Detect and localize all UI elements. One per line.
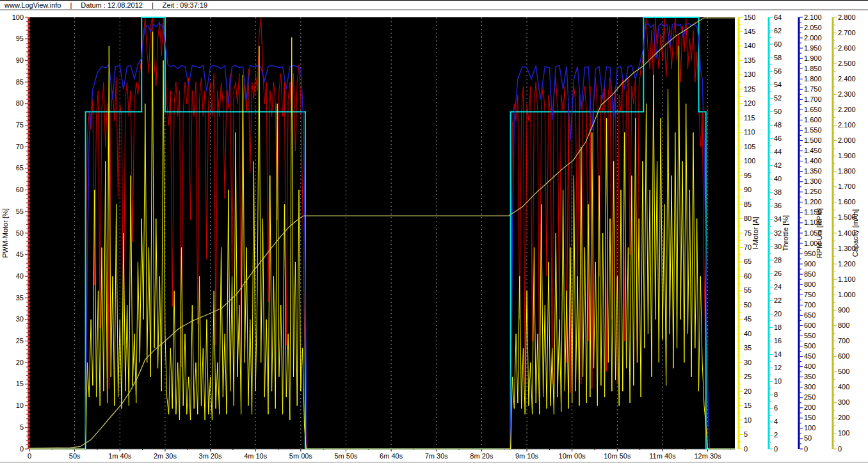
axis-tick-label: 650 xyxy=(804,311,816,319)
axis-tick-label: 30 xyxy=(16,315,24,323)
axis-tick-label: 20 xyxy=(16,359,24,366)
axis-tick-label: 70 xyxy=(744,243,751,251)
axis-tick-label: 62 xyxy=(774,27,782,35)
axis-tick-label: 50 xyxy=(744,301,751,309)
axis-tick-label: 800 xyxy=(838,321,849,329)
x-tick-label: 9m 10s xyxy=(515,452,539,460)
axis-tick-label: 1.700 xyxy=(804,95,822,103)
axis-tick-label: 1.450 xyxy=(804,147,822,154)
axis-capacity: 01002003004005006007008009001.0001.1001.… xyxy=(833,13,859,453)
axis-tick-label: 750 xyxy=(804,291,816,298)
axis-tick-label: 8 xyxy=(774,391,778,398)
axis-tick-label: 500 xyxy=(804,342,816,350)
plot-area[interactable] xyxy=(29,17,735,449)
axis-tick-label: 1.700 xyxy=(838,183,856,190)
axis-tick-label: 100 xyxy=(804,424,816,432)
axis-tick-label: 55 xyxy=(744,286,751,294)
status-bar: www.LogView.info | Datum : 12.08.2012 | … xyxy=(0,1,868,10)
axis-tick-label: 2.400 xyxy=(838,75,856,83)
axis-title-capacity: Capacity [mAh] xyxy=(851,209,859,257)
axis-tick-label: 0 xyxy=(20,445,24,453)
axis-tick-label: 1.850 xyxy=(804,65,822,72)
axis-tick-label: 46 xyxy=(774,134,782,142)
axis-tick-label: 135 xyxy=(744,56,755,64)
axis-tick-label: 36 xyxy=(774,202,782,209)
axis-tick-label: 500 xyxy=(838,368,849,375)
axis-tick-label: 12 xyxy=(774,364,782,371)
axis-tick-label: 700 xyxy=(838,337,849,345)
axis-tick-label: 2.050 xyxy=(804,24,822,31)
axis-tick-label: 1.900 xyxy=(838,152,856,159)
axis-tick-label: 20 xyxy=(744,387,751,395)
axis-tick-label: 850 xyxy=(804,270,816,278)
axis-tick-label: 145 xyxy=(744,28,755,35)
axis-tick-label: 10 xyxy=(16,402,24,409)
axis-tick-label: 24 xyxy=(774,283,782,291)
axis-tick-label: 48 xyxy=(774,121,782,129)
axis-tick-label: 1.400 xyxy=(804,157,822,165)
axis-tick-label: 1.200 xyxy=(838,260,856,268)
x-tick-label: 3m 20s xyxy=(199,452,223,460)
axis-tick-label: 14 xyxy=(774,350,782,358)
axis-tick-label: 40 xyxy=(774,175,782,183)
axis-tick-label: 1.600 xyxy=(838,198,856,206)
axis-imotor: 0510152025303540455055606570758085909510… xyxy=(739,13,759,453)
date-label: Datum : 12.08.2012 xyxy=(81,1,143,9)
axis-tick-label: 200 xyxy=(804,403,816,411)
axis-tick-label: 35 xyxy=(16,294,24,302)
axis-tick-label: 125 xyxy=(744,85,755,93)
x-tick-label: 11m 40s xyxy=(649,452,676,460)
axis-tick-label: 85 xyxy=(16,78,24,86)
x-tick-label: 5m 50s xyxy=(334,452,358,460)
axis-tick-label: 2 xyxy=(774,431,778,439)
axis-tick-label: 130 xyxy=(744,70,755,78)
axis-tick-label: 1.950 xyxy=(804,44,822,52)
axis-tick-label: 15 xyxy=(744,402,751,409)
axis-tick-label: 1.800 xyxy=(838,167,856,175)
axis-tick-label: 10 xyxy=(774,377,782,385)
axis-tick-label: 56 xyxy=(774,67,782,75)
telemetry-chart[interactable]: 050s1m 40s2m 30s3m 20s4m 10s5m 00s5m 50s… xyxy=(0,10,868,463)
axis-tick-label: 6 xyxy=(774,404,778,412)
axis-tick-label: 75 xyxy=(744,229,751,237)
axis-tick-label: 2.500 xyxy=(838,60,856,67)
axis-tick-label: 0 xyxy=(774,445,778,453)
x-tick-label: 10m 50s xyxy=(604,452,631,460)
axis-tick-label: 900 xyxy=(838,306,849,314)
axis-tick-label: 75 xyxy=(16,121,24,129)
axis-tick-label: 38 xyxy=(774,188,782,196)
axis-tick-label: 50 xyxy=(804,434,812,442)
axis-tick-label: 85 xyxy=(744,200,751,208)
axis-tick-label: 100 xyxy=(12,13,24,21)
axis-tick-label: 1.750 xyxy=(804,85,822,93)
axis-tick-label: 600 xyxy=(838,352,849,360)
axis-tick-label: 400 xyxy=(804,362,816,370)
axis-tick-label: 2.000 xyxy=(804,34,822,42)
axis-tick-label: 2.600 xyxy=(838,44,856,52)
x-tick-label: 7m 30s xyxy=(425,452,449,460)
axis-tick-label: 80 xyxy=(744,215,751,222)
axis-tick-label: 0 xyxy=(744,445,748,453)
axis-tick-label: 150 xyxy=(804,414,816,421)
axis-tick-label: 1.250 xyxy=(804,188,822,195)
x-tick-label: 5m 00s xyxy=(289,452,313,460)
axis-tick-label: 110 xyxy=(744,128,755,136)
axis-tick-label: 22 xyxy=(774,296,782,304)
axis-tick-label: 450 xyxy=(804,352,816,360)
x-axis: 050s1m 40s2m 30s3m 20s4m 10s5m 00s5m 50s… xyxy=(28,449,735,460)
axis-tick-label: 45 xyxy=(16,250,24,258)
axis-pwm: 0510152025303540455055606570758085909510… xyxy=(1,13,29,453)
axis-tick-label: 150 xyxy=(744,13,755,21)
axis-tick-label: 2.000 xyxy=(838,136,856,144)
axis-tick-label: 44 xyxy=(774,148,782,156)
axis-tick-label: 64 xyxy=(774,13,782,21)
axis-tick-label: 1.900 xyxy=(804,54,822,62)
axis-tick-label: 1.550 xyxy=(804,126,822,134)
axis-tick-label: 30 xyxy=(744,359,751,366)
axis-tick-label: 70 xyxy=(16,143,24,150)
logview-window: { "header": { "site": "www.LogView.info"… xyxy=(0,0,868,463)
axis-tick-label: 1.600 xyxy=(804,116,822,124)
axis-tick-label: 100 xyxy=(744,157,755,165)
axis-tick-label: 25 xyxy=(16,337,24,345)
axis-tick-label: 2.700 xyxy=(838,29,856,37)
